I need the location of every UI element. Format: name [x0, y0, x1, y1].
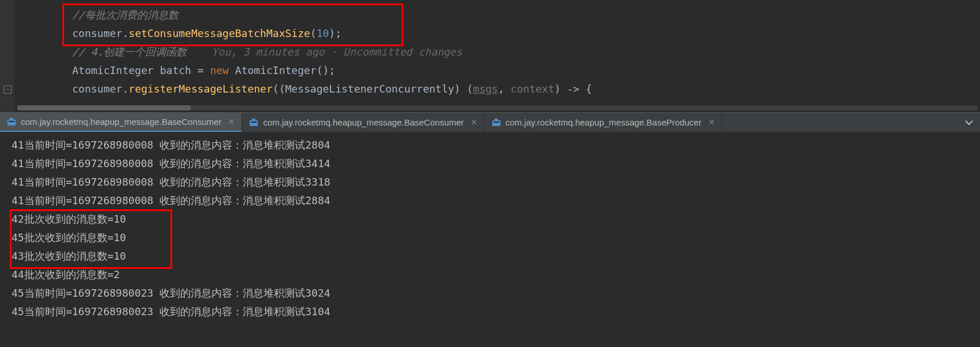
- space: [229, 64, 235, 76]
- console-output[interactable]: 41当前时间=1697268980008 收到的消息内容：消息堆积测试2804 …: [0, 132, 980, 324]
- code-line: consumer.registerMessageListener((Messag…: [17, 80, 980, 98]
- lambda-param: context: [511, 83, 555, 95]
- identifier: consumer: [72, 83, 122, 95]
- close-icon[interactable]: ✕: [471, 118, 477, 127]
- paren: (: [310, 27, 317, 39]
- paren: ) (: [454, 83, 473, 95]
- svg-rect-8: [495, 119, 498, 120]
- constructor: AtomicInteger: [235, 64, 317, 76]
- run-config-icon: [492, 118, 501, 127]
- fold-icon[interactable]: –: [3, 86, 12, 94]
- svg-rect-0: [8, 120, 16, 125]
- more-tabs-icon[interactable]: [958, 113, 980, 132]
- method-call: setConsumeMessageBatchMaxSize: [129, 27, 310, 39]
- close-icon[interactable]: ✕: [708, 118, 715, 127]
- code-line: consumer.setConsumeMessageBatchMaxSize(1…: [17, 24, 980, 43]
- svg-rect-7: [493, 121, 499, 123]
- vcs-annotation: You, 3 minutes ago · Uncommitted changes: [212, 46, 462, 58]
- type-name: AtomicInteger: [72, 64, 154, 76]
- console-line: 45当前时间=1697268980023 收到的消息内容：消息堆积测试3104: [12, 302, 968, 321]
- code-editor[interactable]: – //每批次消费的消息数 consumer.setConsumeMessage…: [0, 0, 980, 113]
- tab-label: com.jay.rocketmq.heapup_message.BaseCons…: [263, 117, 463, 127]
- console-line: 44批次收到的消息数=2: [12, 265, 968, 284]
- console-line: 41当前时间=1697268980008 收到的消息内容：消息堆积测试3414: [12, 154, 968, 173]
- editor-gutter: –: [0, 0, 14, 112]
- comma: ,: [498, 83, 511, 95]
- console-line: 42批次收到的消息数=10: [12, 210, 968, 228]
- run-tab-bar: com.jay.rocketmq.heapup_message.BaseCons…: [0, 113, 980, 132]
- tab-label: com.jay.rocketmq.heapup_message.BaseProd…: [506, 117, 701, 127]
- console-line: 45当前时间=1697268980023 收到的消息内容：消息堆积测试3024: [12, 284, 968, 302]
- console-line: 41当前时间=1697268980008 收到的消息内容：消息堆积测试2884: [12, 191, 968, 210]
- tab-consumer-1[interactable]: com.jay.rocketmq.heapup_message.BaseCons…: [0, 113, 242, 132]
- console-line: 41当前时间=1697268980008 收到的消息内容：消息堆积测试3318: [12, 173, 968, 191]
- code-line: AtomicInteger batch = new AtomicInteger(…: [17, 61, 980, 80]
- semicolon: ;: [335, 27, 341, 39]
- svg-rect-3: [250, 120, 258, 126]
- console-line: 43批次收到的消息数=10: [12, 247, 968, 265]
- variable: batch: [160, 64, 191, 76]
- svg-rect-2: [10, 118, 13, 120]
- code-line: // 4.创建一个回调函数 You, 3 minutes ago · Uncom…: [17, 43, 980, 61]
- method-call: registerMessageListener: [129, 83, 273, 95]
- svg-rect-6: [492, 120, 500, 126]
- number-literal: 10: [317, 27, 329, 39]
- close-icon[interactable]: ✕: [228, 117, 235, 126]
- identifier: consumer: [72, 27, 122, 39]
- console-line: 41当前时间=1697268980008 收到的消息内容：消息堆积测试2804: [12, 136, 968, 154]
- svg-rect-4: [251, 121, 257, 123]
- space: [154, 64, 160, 76]
- svg-rect-1: [9, 121, 14, 122]
- comment-text: //每批次消费的消息数: [72, 9, 179, 21]
- dot: .: [122, 27, 129, 39]
- equals: =: [191, 64, 210, 76]
- run-config-icon: [249, 118, 258, 127]
- paren: ((: [273, 83, 285, 95]
- console-line: 45批次收到的消息数=10: [12, 228, 968, 247]
- tail: ();: [317, 64, 336, 76]
- keyword-new: new: [210, 64, 229, 76]
- horizontal-scrollbar[interactable]: [17, 105, 977, 110]
- dot: .: [122, 83, 129, 95]
- code-line: //每批次消费的消息数: [17, 6, 980, 24]
- svg-rect-5: [252, 119, 255, 120]
- comment-text: // 4.创建一个回调函数: [72, 46, 187, 58]
- cast-type: MessageListenerConcurrently: [285, 83, 454, 95]
- tab-label: com.jay.rocketmq.heapup_message.BaseCons…: [21, 117, 221, 127]
- tab-producer[interactable]: com.jay.rocketmq.heapup_message.BaseProd…: [485, 113, 722, 132]
- lambda-arrow: ) -> {: [555, 83, 592, 95]
- tab-consumer-2[interactable]: com.jay.rocketmq.heapup_message.BaseCons…: [242, 113, 484, 132]
- run-config-icon: [7, 117, 16, 127]
- paren: ): [329, 27, 335, 39]
- lambda-param: msgs: [473, 83, 498, 95]
